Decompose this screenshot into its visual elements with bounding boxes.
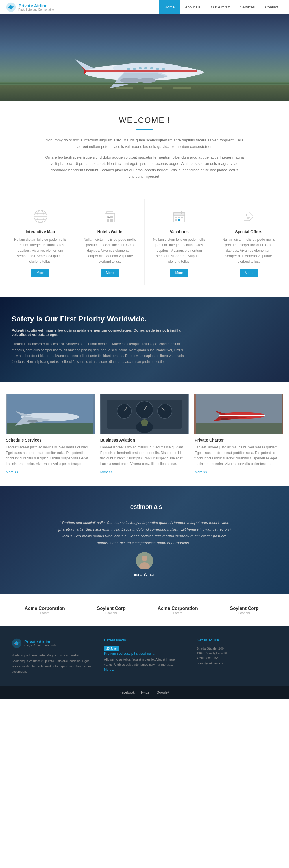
footer-news-title-label: Latest News [104, 638, 185, 642]
nav-contact[interactable]: Contact [260, 0, 283, 14]
footer-logo-tagline: Fast, Safe and Comfortable [24, 644, 56, 647]
service-img-2 [194, 394, 283, 434]
svg-rect-37 [175, 217, 177, 218]
svg-rect-29 [110, 216, 113, 218]
svg-rect-14 [145, 67, 147, 69]
safety-content: Safety is Our First Priority Worldwide. … [11, 314, 185, 365]
logo[interactable]: Private Airline Fast, Safe and Comfortab… [6, 2, 54, 12]
sponsor-name-1: Soylent Corp [78, 606, 145, 611]
service-link-0[interactable]: More >> [6, 470, 19, 474]
feature-icon-calendar [171, 208, 188, 225]
svg-point-58 [141, 419, 148, 426]
feature-title-2: Vacations [151, 229, 208, 234]
welcome-paragraph-1: Nonummy dolor sociis interdum aliquam ju… [43, 137, 246, 150]
footer-logo-text: Private Airline Fast, Safe and Comfortab… [24, 640, 56, 647]
feature-title-0: Interactive Map [11, 229, 69, 234]
service-charter: Private Charter Laoreet laoreet justo ac… [194, 394, 283, 474]
footer-logo-brand: Private Airline [24, 640, 56, 644]
welcome-paragraph-2: Ornare leo taciti scelerisque sit. Id do… [43, 154, 246, 180]
feature-btn-2[interactable]: More [170, 269, 188, 277]
footer-news-headline[interactable]: Pretium sed suscipit sit sed nulla [104, 652, 185, 656]
logo-icon [6, 2, 16, 12]
testimonial-quote: " Pretium sed suscipit nulla. Senectus n… [58, 519, 231, 547]
svg-rect-16 [156, 68, 159, 70]
navbar: Private Airline Fast, Safe and Comfortab… [0, 0, 289, 14]
features-section: Interactive Map Nullam dictum felis eu p… [0, 193, 289, 297]
footer-news-col: Latest News 25 June Pretium sed suscipit… [104, 638, 185, 675]
footer-news-body: Aliquam cras tellus feugiat molestie. Al… [104, 657, 185, 667]
footer-googleplus[interactable]: Google+ [156, 690, 170, 694]
footer-main: Private Airline Fast, Safe and Comfortab… [0, 626, 289, 686]
svg-point-65 [142, 556, 147, 561]
sponsor-1: Soylent Corp Leonem [78, 606, 145, 615]
feature-text-3: Nullam dictum felis eu pede mollis preti… [220, 237, 278, 265]
logo-brand: Private Airline [19, 3, 54, 8]
feature-hotels-guide: H Hotels Guide Nullam dictum felis eu pe… [75, 199, 145, 285]
service-business: Business Aviation Laoreet laoreet justo … [100, 394, 189, 474]
service-link-1[interactable]: More >> [100, 470, 113, 474]
sponsors-section: Acme Corporation Lorem Soylent Corp Leon… [0, 594, 289, 626]
feature-special-offers: Special Offers Nullam dictum felis eu pe… [214, 199, 283, 285]
sponsor-sub-2: Lorem [145, 611, 211, 615]
footer-email[interactable]: demo@linkmail.com [196, 661, 278, 665]
hero-section [0, 14, 289, 101]
pilot-image [101, 394, 188, 434]
sponsor-name-0: Acme Corporation [11, 606, 78, 611]
sponsor-sub-1: Leonem [78, 611, 145, 615]
svg-rect-17 [162, 68, 165, 70]
footer-bottom: Facebook Twitter Google+ [0, 686, 289, 699]
footer: Private Airline Fast, Safe and Comfortab… [0, 626, 289, 699]
svg-rect-4 [116, 87, 133, 89]
testimonial-name: Edna S. Tran [11, 572, 278, 577]
service-title-0: Schedule Services [6, 438, 95, 442]
svg-point-10 [139, 78, 156, 83]
svg-rect-12 [133, 68, 136, 70]
svg-rect-11 [127, 68, 130, 70]
nav-aircraft[interactable]: Our Aircraft [206, 0, 235, 14]
feature-btn-3[interactable]: More [240, 269, 258, 277]
svg-point-62 [221, 418, 228, 420]
footer-contact-col: Get In Touch Strada Statale, 109 13676 S… [196, 638, 278, 675]
svg-rect-13 [139, 67, 142, 69]
svg-rect-2 [0, 84, 289, 101]
tag-icon [241, 209, 256, 224]
footer-facebook[interactable]: Facebook [119, 690, 135, 694]
nav-home[interactable]: Home [159, 0, 180, 14]
svg-rect-5 [145, 87, 162, 89]
globe-icon [33, 209, 48, 224]
footer-about-col: Private Airline Fast, Safe and Comfortab… [11, 638, 93, 675]
sponsor-sub-3: Leonem [211, 611, 278, 615]
feature-icon-globe [32, 208, 49, 225]
welcome-divider [136, 129, 153, 130]
footer-logo: Private Airline Fast, Safe and Comfortab… [11, 638, 93, 648]
service-img-1 [100, 394, 189, 434]
service-title-2: Private Charter [194, 438, 283, 442]
feature-btn-0[interactable]: More [31, 269, 49, 277]
avatar-image [136, 552, 153, 569]
hotel-icon: H [103, 209, 117, 224]
svg-point-48 [28, 420, 38, 423]
service-text-0: Laoreet laoreet justo ac mauris id. Sed … [6, 445, 95, 467]
feature-icon-tag [240, 208, 257, 225]
footer-twitter[interactable]: Twitter [140, 690, 151, 694]
footer-phone: +0383 0046151 [196, 656, 278, 660]
footer-news-more[interactable]: More... [104, 668, 114, 671]
feature-interactive-map: Interactive Map Nullam dictum felis eu p… [6, 199, 75, 285]
service-schedule: Schedule Services Laoreet laoreet justo … [6, 394, 95, 474]
safety-title: Safety is Our First Priority Worldwide. [11, 314, 185, 324]
footer-contact-title: Get In Touch [196, 638, 278, 642]
nav-about[interactable]: About Us [180, 0, 206, 14]
svg-rect-31 [110, 219, 113, 222]
sponsor-0: Acme Corporation Lorem [11, 606, 78, 615]
nav-services[interactable]: Services [235, 0, 260, 14]
svg-text:H: H [108, 216, 110, 219]
sponsor-name-2: Acme Corporation [145, 606, 211, 611]
svg-rect-60 [196, 423, 282, 434]
svg-rect-39 [181, 217, 183, 218]
feature-btn-1[interactable]: More [101, 269, 119, 277]
plane-image-1 [7, 394, 93, 434]
service-title-1: Business Aviation [100, 438, 189, 442]
svg-point-9 [120, 78, 140, 83]
service-img-0 [6, 394, 95, 434]
service-link-2[interactable]: More >> [194, 470, 208, 474]
